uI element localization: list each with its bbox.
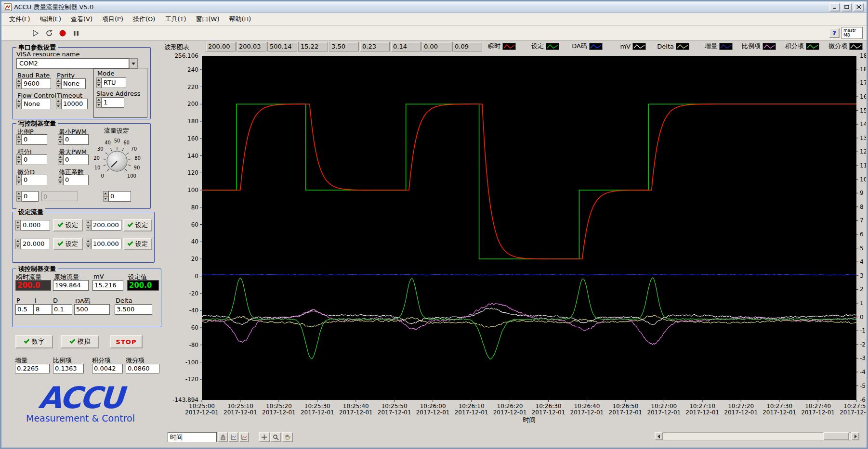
decrement-arrow-icon[interactable] xyxy=(16,160,22,165)
titlebar[interactable]: ACCU 质量流量控制器 V5.0 xyxy=(1,1,867,13)
legend-item[interactable]: DA码 xyxy=(559,42,603,51)
decrement-arrow-icon[interactable] xyxy=(58,140,63,145)
spinner-arrows[interactable] xyxy=(58,154,63,165)
spinner-value[interactable]: 1 xyxy=(102,97,124,108)
visa-value[interactable]: COM2 xyxy=(16,58,129,69)
spinner-value[interactable]: 0 xyxy=(63,154,89,165)
decrement-arrow-icon[interactable] xyxy=(58,160,63,165)
help-button[interactable]: ? xyxy=(829,28,840,38)
timeout-input[interactable]: 10000 xyxy=(56,99,88,109)
legend-item[interactable]: 瞬时 xyxy=(473,42,516,51)
spinner-value[interactable]: RTU xyxy=(102,77,126,88)
visa-resource-select[interactable]: COM2 xyxy=(16,58,138,69)
plot-area[interactable] xyxy=(202,56,856,400)
increment-arrow-icon[interactable] xyxy=(96,77,102,83)
menu-item[interactable]: 项目(P) xyxy=(97,13,128,26)
set-flow-button-2[interactable]: 设定 xyxy=(123,219,152,231)
spinner-arrows[interactable] xyxy=(56,78,61,89)
increment-arrow-icon[interactable] xyxy=(56,99,61,104)
legend-item[interactable]: 积分项 xyxy=(776,42,819,51)
close-button[interactable] xyxy=(854,3,864,12)
aux-input[interactable]: 0 xyxy=(16,191,39,202)
zoom-tool-button[interactable] xyxy=(270,432,281,442)
max-pwm-input[interactable]: 0 xyxy=(58,154,89,165)
increment-arrow-icon[interactable] xyxy=(15,220,21,225)
scrollbar-thumb[interactable] xyxy=(823,432,849,440)
legend-item[interactable]: 增量 xyxy=(689,42,733,51)
spinner-arrows[interactable] xyxy=(16,99,22,109)
spinner-arrows[interactable] xyxy=(16,78,22,89)
spinner-arrows[interactable] xyxy=(16,175,22,185)
baud-rate-input[interactable]: 9600 xyxy=(16,78,51,89)
scrollbar-left-arrow[interactable] xyxy=(655,432,663,440)
increment-arrow-icon[interactable] xyxy=(15,239,21,244)
pan-tool-button[interactable] xyxy=(282,432,293,442)
menu-item[interactable]: 文件(F) xyxy=(4,13,35,26)
spinner-value[interactable]: 0 xyxy=(22,175,47,185)
spinner-arrows[interactable] xyxy=(15,220,21,231)
proportional-input[interactable]: 0 xyxy=(16,134,47,145)
x-scale-input[interactable]: 时间 xyxy=(168,432,217,442)
spinner-value[interactable]: 0 xyxy=(22,154,47,165)
correction-input[interactable]: 0 xyxy=(58,175,89,185)
decrement-arrow-icon[interactable] xyxy=(15,225,21,231)
increment-arrow-icon[interactable] xyxy=(58,154,63,160)
decrement-arrow-icon[interactable] xyxy=(96,83,102,88)
decrement-arrow-icon[interactable] xyxy=(56,104,61,109)
mode-input[interactable]: RTU xyxy=(96,77,126,88)
maximize-button[interactable] xyxy=(842,3,852,12)
increment-arrow-icon[interactable] xyxy=(58,134,63,140)
y-autoscale-button[interactable] xyxy=(239,432,249,442)
increment-arrow-icon[interactable] xyxy=(16,78,22,84)
flow-control-input[interactable]: None xyxy=(16,99,51,109)
increment-arrow-icon[interactable] xyxy=(56,78,61,84)
spinner-value[interactable]: 20.000 xyxy=(21,239,50,249)
spinner-value[interactable]: 0 xyxy=(108,191,131,202)
spinner-value[interactable]: 0 xyxy=(63,175,89,185)
set-flow-button-4[interactable]: 设定 xyxy=(123,238,152,250)
increment-arrow-icon[interactable] xyxy=(58,175,63,180)
waveform-chart[interactable]: 256.106240220200180160140120100806040200… xyxy=(159,52,866,430)
spinner-value[interactable]: 0 xyxy=(22,134,47,145)
spinner-value[interactable]: None xyxy=(22,99,51,109)
spinner-arrows[interactable] xyxy=(96,97,102,108)
increment-arrow-icon[interactable] xyxy=(86,239,91,244)
set-flow-input-1[interactable]: 0.000 xyxy=(15,220,50,231)
decrement-arrow-icon[interactable] xyxy=(16,84,22,89)
spinner-arrows[interactable] xyxy=(96,77,102,88)
increment-arrow-icon[interactable] xyxy=(103,191,108,196)
decrement-arrow-icon[interactable] xyxy=(16,180,22,185)
decrement-arrow-icon[interactable] xyxy=(103,196,108,202)
knob-value-input[interactable]: 0 xyxy=(103,191,131,202)
decrement-arrow-icon[interactable] xyxy=(16,140,22,145)
menu-item[interactable]: 窗口(W) xyxy=(191,13,224,26)
run-continuous-button[interactable] xyxy=(43,27,55,39)
menu-item[interactable]: 工具(T) xyxy=(160,13,191,26)
menu-item[interactable]: 帮助(H) xyxy=(224,13,256,26)
spinner-arrows[interactable] xyxy=(58,134,63,145)
decrement-arrow-icon[interactable] xyxy=(16,196,22,202)
increment-arrow-icon[interactable] xyxy=(16,154,22,160)
increment-arrow-icon[interactable] xyxy=(86,220,91,225)
pause-button[interactable] xyxy=(70,27,82,39)
x-autoscale-button[interactable] xyxy=(228,432,238,442)
spinner-arrows[interactable] xyxy=(86,239,91,249)
analog-mode-button[interactable]: 模拟 xyxy=(61,335,99,348)
spinner-value[interactable]: 100.000 xyxy=(91,239,121,249)
menu-item[interactable]: 操作(O) xyxy=(128,13,160,26)
set-flow-input-4[interactable]: 100.000 xyxy=(86,239,121,249)
spinner-arrows[interactable] xyxy=(15,239,21,249)
dropdown-arrow-icon[interactable] xyxy=(129,58,138,69)
integral-input[interactable]: 0 xyxy=(16,154,47,165)
legend-item[interactable]: 设定 xyxy=(516,42,559,51)
legend-item[interactable]: Delta xyxy=(646,42,689,51)
scrollbar-right-arrow[interactable] xyxy=(851,432,859,440)
spinner-arrows[interactable] xyxy=(56,99,61,109)
parity-input[interactable]: None xyxy=(56,78,86,89)
spinner-value[interactable]: 9600 xyxy=(22,78,51,89)
increment-arrow-icon[interactable] xyxy=(16,99,22,104)
decrement-arrow-icon[interactable] xyxy=(58,180,63,185)
spinner-arrows[interactable] xyxy=(103,191,108,202)
decrement-arrow-icon[interactable] xyxy=(16,104,22,109)
spinner-arrows[interactable] xyxy=(16,154,22,165)
